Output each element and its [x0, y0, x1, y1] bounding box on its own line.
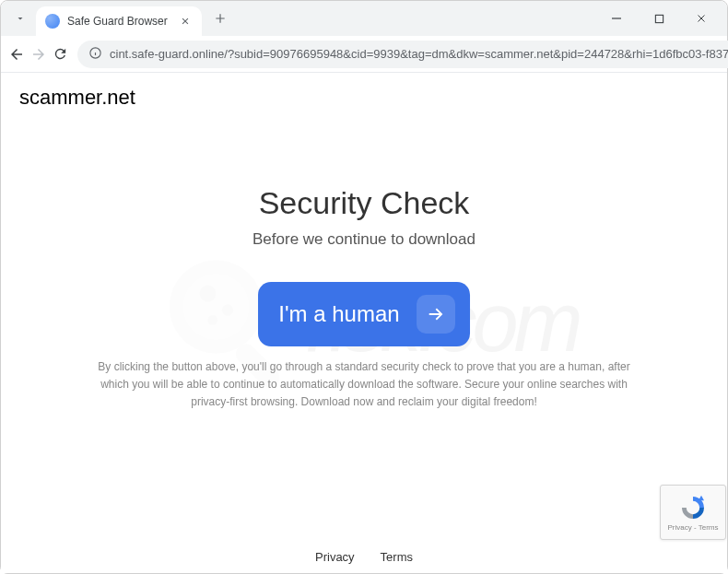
- svg-point-7: [170, 260, 263, 353]
- site-label: scammer.net: [19, 86, 135, 110]
- recaptcha-badge[interactable]: Privacy - Terms: [660, 485, 726, 540]
- footer-links: Privacy Terms: [315, 550, 413, 564]
- arrow-right-icon: [417, 295, 455, 334]
- maximize-button[interactable]: [646, 6, 672, 31]
- recaptcha-label: Privacy - Terms: [668, 523, 719, 532]
- browser-tab[interactable]: Safe Guard Browser: [36, 6, 202, 36]
- security-check-heading: Security Check: [252, 185, 476, 221]
- svg-point-9: [200, 285, 217, 301]
- svg-point-10: [222, 304, 234, 316]
- reload-button[interactable]: [53, 40, 68, 69]
- url-text: cint.safe-guard.online/?subid=9097669594…: [110, 47, 728, 61]
- browser-window: Safe Guard Browser: [0, 0, 728, 574]
- svg-rect-0: [655, 15, 663, 22]
- security-check-block: Security Check Before we continue to dow…: [252, 185, 476, 346]
- tab-search-dropdown[interactable]: [8, 6, 32, 30]
- disclaimer-text: By clicking the button above, you'll go …: [97, 358, 631, 412]
- svg-point-8: [183, 274, 250, 340]
- window-controls: [604, 6, 720, 31]
- human-verify-button[interactable]: I'm a human: [258, 282, 469, 346]
- toolbar: cint.safe-guard.online/?subid=9097669594…: [1, 36, 727, 73]
- site-info-icon[interactable]: [88, 46, 102, 63]
- address-bar[interactable]: cint.safe-guard.online/?subid=9097669594…: [77, 41, 728, 68]
- new-tab-button[interactable]: [207, 6, 233, 31]
- recaptcha-icon: [679, 494, 707, 521]
- privacy-link[interactable]: Privacy: [315, 550, 355, 564]
- svg-marker-13: [699, 495, 704, 499]
- titlebar: Safe Guard Browser: [1, 1, 727, 36]
- svg-point-11: [208, 315, 218, 325]
- terms-link[interactable]: Terms: [381, 550, 413, 564]
- back-button[interactable]: [8, 40, 25, 69]
- tab-close-icon[interactable]: [178, 14, 193, 29]
- tab-favicon: [45, 14, 60, 29]
- forward-button[interactable]: [30, 40, 47, 69]
- security-check-subheading: Before we continue to download: [252, 230, 476, 249]
- minimize-button[interactable]: [604, 6, 629, 31]
- tab-title: Safe Guard Browser: [67, 15, 172, 28]
- page-content: risk.com scammer.net Security Check Befo…: [1, 73, 727, 573]
- close-window-button[interactable]: [688, 6, 714, 31]
- cta-label: I'm a human: [278, 301, 399, 327]
